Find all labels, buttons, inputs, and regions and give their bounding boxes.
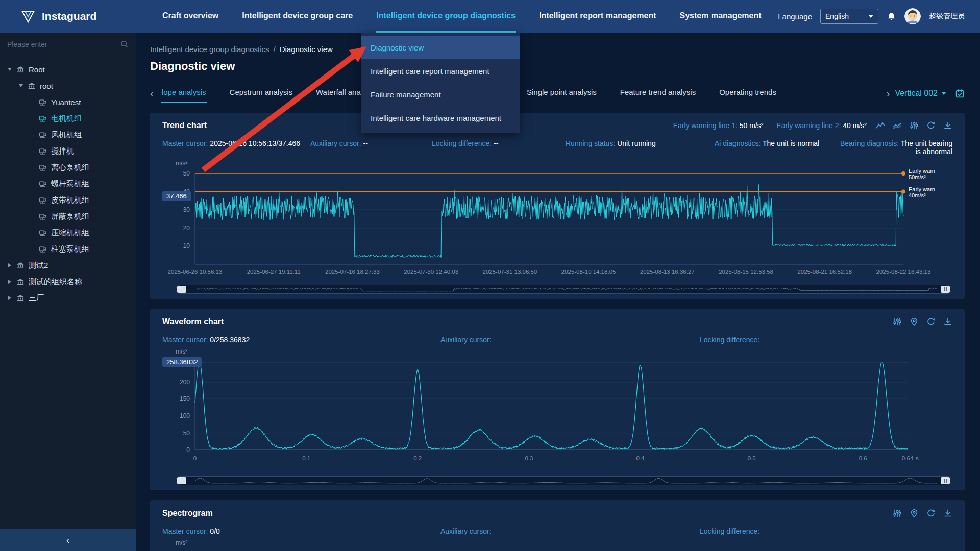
tree-expand-icon[interactable] — [30, 214, 35, 219]
tree-expand-icon[interactable] — [7, 263, 12, 268]
measuring-point-selector[interactable]: Vertical 002 — [895, 89, 946, 98]
tree-expand-icon[interactable] — [30, 116, 35, 121]
submenu-item[interactable]: Diagnostic view — [361, 36, 520, 59]
nav-item[interactable]: Craft overview — [162, 0, 218, 33]
collapse-sidebar-button[interactable] — [0, 529, 136, 551]
tree-item[interactable]: 屏蔽泵机组 — [0, 208, 136, 224]
tree-item[interactable]: 柱塞泵机组 — [0, 241, 136, 257]
svg-text:2025-07-30 12:40:03: 2025-07-30 12:40:03 — [404, 269, 458, 275]
equalizer-icon[interactable] — [893, 317, 902, 327]
pin-icon[interactable] — [910, 317, 919, 327]
brand[interactable]: Instaguard — [0, 9, 136, 24]
tree-expand-icon[interactable] — [7, 279, 12, 284]
scrollbar-right-handle[interactable] — [941, 286, 950, 293]
bell-icon[interactable] — [887, 12, 896, 21]
tabs-scroll-right-icon[interactable] — [887, 88, 890, 98]
scrollbar-left-handle[interactable] — [177, 286, 186, 293]
waveform-chart[interactable]: 05010015020025000.10.20.30.40.50.60.64s … — [162, 356, 952, 471]
y-axis-unit: m/s² — [176, 348, 952, 355]
tree-item-label: 电机机组 — [51, 114, 82, 123]
scrollbar-left-handle[interactable] — [177, 477, 186, 484]
tree-item[interactable]: 离心泵机组 — [0, 159, 136, 176]
tree-item[interactable]: root — [0, 78, 136, 94]
download-icon[interactable] — [943, 121, 952, 130]
language-select[interactable]: English — [820, 9, 878, 24]
refresh-icon[interactable] — [926, 121, 936, 130]
device-icon — [39, 163, 47, 171]
avatar[interactable] — [904, 8, 921, 24]
refresh-icon[interactable] — [926, 509, 936, 518]
svg-text:Early warn: Early warn — [909, 186, 935, 192]
nav-item[interactable]: Intelligent report management — [539, 0, 656, 33]
tree-item[interactable]: 螺杆泵机组 — [0, 176, 136, 192]
tree-item[interactable]: 电机机组 — [0, 110, 136, 127]
tree-expand-icon[interactable] — [30, 246, 35, 252]
refresh-icon[interactable] — [926, 317, 936, 327]
calendar-check-icon[interactable] — [955, 89, 965, 98]
tree-item[interactable]: 测试2 — [0, 257, 136, 273]
svg-text:2025-08-10 14:18:05: 2025-08-10 14:18:05 — [561, 269, 616, 275]
device-icon — [39, 147, 47, 155]
cursor-field: Master cursor: 2025-06-26 10:56:13/37.46… — [162, 139, 310, 147]
tree-expand-icon[interactable] — [7, 295, 12, 300]
nav-item[interactable]: Intelligent device group care — [242, 0, 353, 33]
tree-item[interactable]: Root — [0, 61, 136, 78]
svg-text:Early warn: Early warn — [909, 168, 935, 174]
tree-expand-icon[interactable] — [30, 148, 35, 154]
trend-header-right: Early warning line 1: 50 m/s² Early warn… — [673, 121, 952, 130]
download-icon[interactable] — [943, 509, 952, 518]
tree-item[interactable]: 搅拌机 — [0, 143, 136, 159]
tabs-scroll-left-icon[interactable] — [150, 88, 154, 98]
equalizer-icon[interactable] — [893, 509, 902, 518]
nav-item[interactable]: Intelligent device group diagnostics — [376, 0, 516, 33]
analysis-tab[interactable]: Cepstrum analysis — [229, 84, 293, 103]
main-nav: Craft overview Intelligent device group … — [162, 0, 762, 33]
tree-expand-icon[interactable] — [7, 67, 12, 72]
tree-item[interactable]: 三厂 — [0, 290, 136, 306]
search-input[interactable] — [7, 40, 117, 48]
pin-icon[interactable] — [910, 509, 919, 518]
tree-item[interactable]: 风机机组 — [0, 127, 136, 143]
tree-expand-icon[interactable] — [30, 197, 35, 203]
tree-expand-icon[interactable] — [30, 132, 35, 137]
tree-expand-icon[interactable] — [30, 181, 35, 186]
user-name[interactable]: 超级管理员 — [929, 12, 965, 21]
device-icon — [39, 229, 47, 237]
tree-expand-icon[interactable] — [30, 230, 35, 235]
tree-item[interactable]: 压缩机机组 — [0, 224, 136, 241]
tree-item[interactable]: 皮带机机组 — [0, 192, 136, 208]
trend-chart[interactable]: 10203040502025-06-26 10:56:132025-06-27 … — [162, 168, 952, 280]
nav-item[interactable]: System management — [680, 0, 762, 33]
analysis-tab[interactable]: Single point analysis — [526, 84, 598, 103]
cursor-field: Master cursor: 0/0 — [162, 527, 440, 535]
tree-item-label: 压缩机机组 — [51, 228, 89, 238]
trend-hscrollbar[interactable] — [176, 285, 951, 294]
analysis-tab[interactable]: Envelope analysis — [161, 84, 207, 103]
search-icon[interactable] — [120, 40, 129, 48]
tree-expand-icon[interactable] — [30, 165, 35, 170]
submenu-item[interactable]: Intelligent care hardware management — [361, 106, 520, 130]
breadcrumb-section[interactable]: Intelligent device group diagnostics — [150, 45, 269, 54]
equalizer-icon[interactable] — [910, 121, 919, 130]
tree-expand-icon[interactable] — [30, 99, 35, 105]
trend-chart-panel: Trend chart Early warning line 1: 50 m/s… — [150, 113, 965, 299]
warning-line-setting: Early warning line 1: 50 m/s² — [673, 121, 764, 130]
tree-item[interactable]: 测试的组织名称 — [0, 273, 136, 290]
submenu-item[interactable]: Failure management — [361, 83, 520, 106]
scrollbar-right-handle[interactable] — [941, 477, 950, 484]
tree-item-label: 离心泵机组 — [51, 163, 89, 172]
chart-line-icon[interactable] — [876, 121, 885, 130]
waveform-hscrollbar[interactable] — [176, 476, 951, 485]
tree-item[interactable]: Yuantest — [0, 94, 136, 110]
tree-expand-icon[interactable] — [18, 83, 23, 88]
spectrogram-panel-header: Spectrogram — [162, 507, 952, 520]
cursor-value-badge: 37.466 — [162, 191, 191, 201]
submenu-item[interactable]: Intelligent care report management — [361, 59, 520, 83]
download-icon[interactable] — [943, 317, 952, 327]
analysis-tab[interactable]: Operating trends — [718, 84, 777, 103]
waveform-chart-panel: Waveform chart Master cursor: 0/258.3683… — [150, 309, 965, 490]
chart-area-icon[interactable] — [893, 121, 902, 130]
top-navbar: Instaguard Craft overview Intelligent de… — [0, 0, 980, 33]
svg-text:40m/s²: 40m/s² — [909, 192, 926, 198]
analysis-tab[interactable]: Feature trend analysis — [619, 84, 697, 103]
